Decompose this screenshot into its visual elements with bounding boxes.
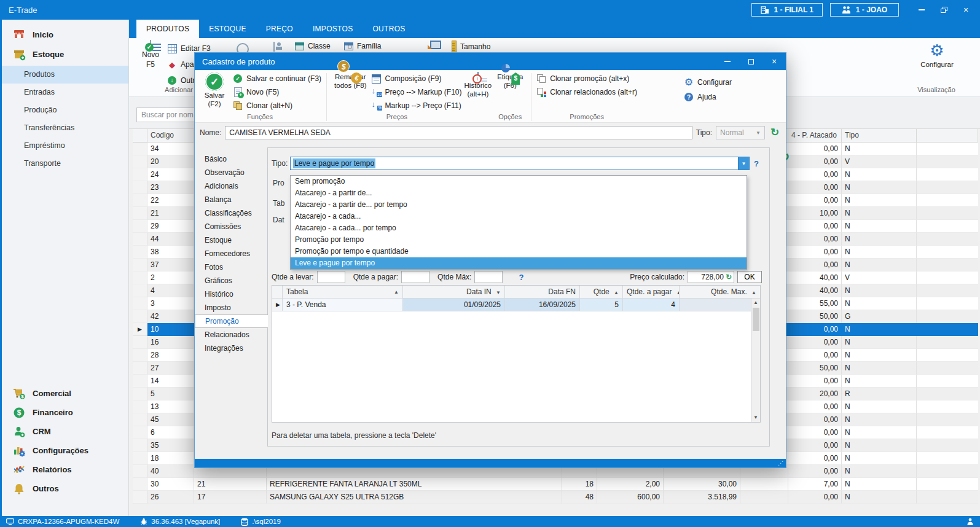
sidebar-item-inicio[interactable]: Inicio (2, 25, 128, 44)
dropdown-option[interactable]: Atacarejo - a cada... por tempo (291, 222, 747, 234)
user-button[interactable]: 1 - JOAO (830, 3, 899, 17)
grid-header-cell[interactable] (133, 129, 147, 142)
filial-button[interactable]: 1 - FILIAL 1 (751, 3, 823, 17)
dialog-tab-balança[interactable]: Balança (195, 193, 267, 206)
refresh-icon[interactable]: ↻ (726, 273, 732, 281)
dialog-tab-relacionados[interactable]: Relacionados (195, 328, 267, 342)
configurar-button[interactable]: ⚙ Configurar (915, 42, 959, 68)
salvar-continuar-button[interactable]: ✓ Salvar e continuar (F3) (233, 72, 321, 85)
combo-dropdown-button[interactable]: ▼ (738, 157, 749, 170)
dialog-tab-básico[interactable]: Básico (195, 152, 267, 166)
dialog-minimize-button[interactable] (723, 57, 732, 66)
composicao-button[interactable]: Composição (F9) (371, 72, 461, 85)
sidebar-item-empréstimo[interactable]: Empréstimo (2, 137, 128, 155)
grid-row-30[interactable]: 3021REFRIGERENTE FANTA LARANJA LT 350ML1… (133, 478, 978, 491)
nome-input[interactable] (225, 126, 692, 139)
person-desk-icon[interactable] (273, 42, 282, 52)
etiqueta-button[interactable]: $ Etiqueta (F6) (494, 72, 526, 90)
promo-table-row[interactable]: ▶ 3 - P. Venda 01/09/2025 16/09/2025 5 4… (272, 299, 760, 311)
grid-header-cell[interactable] (917, 129, 978, 142)
novo-f5-button[interactable]: + Novo (F5) (233, 85, 321, 99)
historico-button[interactable]: Histórico (alt+H) (462, 72, 495, 99)
dialog-tab-classificações[interactable]: Classificações (195, 206, 267, 220)
novo-button[interactable]: ✓ Novo F5 (136, 41, 165, 69)
sidebar-item-financeiro[interactable]: $ Financeiro (2, 403, 128, 422)
tab-outros[interactable]: OUTROS (363, 20, 415, 38)
classe-button[interactable]: Classe (295, 42, 331, 50)
remarcar-todos-button[interactable]: €$ Remarcar todos (F8) (332, 72, 369, 90)
dialog-tab-histórico[interactable]: Histórico (195, 287, 267, 301)
tamanho-button[interactable]: Tamanho (452, 41, 490, 53)
sidebar-item-configuracoes[interactable]: Configurações (2, 441, 128, 460)
dropdown-option[interactable]: Promoção por tempo (291, 234, 747, 246)
grid-row-26[interactable]: 2617SAMSUNG GALAXY S25 ULTRA 512GB48600,… (133, 491, 978, 504)
tab-impostos[interactable]: IMPOSTOS (303, 20, 363, 38)
sidebar-item-comercial[interactable]: $ Comercial (2, 384, 128, 403)
col-qtde-pagar[interactable]: Qtde. a pagar ▲ (623, 286, 680, 299)
dropdown-option[interactable]: Leve e pague por tempo (291, 257, 747, 269)
restore-button[interactable] (939, 6, 948, 14)
grid-header-cell[interactable]: Codigo (147, 129, 194, 142)
clonar-relacionados-button[interactable]: Clonar relacionados (alt+r) (536, 85, 637, 99)
tab-estoque[interactable]: ESTOQUE (199, 20, 256, 38)
sidebar-item-relatorios[interactable]: Relatórios (2, 460, 128, 479)
sidebar-item-produtos[interactable]: Produtos (2, 66, 128, 84)
scroll-down-icon[interactable]: ▼ (753, 413, 758, 422)
clonar-promocao-button[interactable]: Clonar promoção (alt+x) (536, 72, 637, 85)
clonar-button[interactable]: Clonar (alt+N) (233, 99, 321, 112)
dialog-tab-comissões[interactable]: Comissões (195, 220, 267, 233)
scroll-up-icon[interactable]: ▲ (753, 299, 758, 307)
dialog-ajuda-button[interactable]: ? Ajuda (684, 90, 732, 104)
dialog-tab-imposto[interactable]: Imposto (195, 301, 267, 314)
dialog-close-button[interactable]: × (770, 57, 778, 66)
preco-markup-button[interactable]: ↓10 Preço --> Markup (F10) (371, 85, 461, 99)
dialog-maximize-button[interactable] (747, 57, 755, 66)
qtde-max-input[interactable] (474, 271, 503, 283)
sidebar-item-crm[interactable]: CRM (2, 422, 128, 441)
dialog-resize-bar[interactable]: ⋰ (195, 459, 786, 467)
col-qtde[interactable]: Qtde ▲ (580, 286, 623, 299)
dropdown-option[interactable]: Promoção por tempo e quantidade (291, 246, 747, 257)
monitor-icon[interactable] (430, 41, 441, 49)
col-data-fn[interactable]: Data FN (505, 286, 580, 299)
col-data-in[interactable]: Data IN ▼ (403, 286, 505, 299)
qtde-pagar-input[interactable] (401, 271, 429, 283)
dialog-tab-estoque[interactable]: Estoque (195, 233, 267, 247)
grid-header-cell[interactable]: 4 - P. Atacado (788, 129, 842, 142)
dialog-configurar-button[interactable]: ⚙ Configurar (684, 75, 732, 90)
sidebar-item-outros[interactable]: Outros (2, 479, 128, 498)
col-qtde-max[interactable]: Qtde. Max. ▲ (680, 286, 760, 299)
tipo-select[interactable]: Normal ▼ (716, 126, 765, 139)
dropdown-option[interactable]: Atacarejo - a partir de... (291, 187, 747, 199)
markup-preco-button[interactable]: ↓% Markup --> Preço (F11) (371, 99, 461, 112)
minimize-button[interactable] (917, 6, 926, 14)
sidebar-item-transferências[interactable]: Transferências (2, 119, 128, 137)
qtde-levar-input[interactable] (317, 271, 345, 283)
ok-button[interactable]: OK (737, 271, 762, 283)
dropdown-option[interactable]: Atacarejo - a partir de... por tempo (291, 199, 747, 211)
promo-tipo-combobox[interactable]: Leve e pague por tempo ▼ (290, 157, 750, 170)
close-button[interactable]: × (962, 6, 970, 14)
dialog-tab-gráficos[interactable]: Gráficos (195, 274, 267, 287)
sidebar-item-produção[interactable]: Produção (2, 101, 128, 119)
dialog-tab-promoção[interactable]: Promoção (195, 314, 268, 328)
sidebar-item-transporte[interactable]: Transporte (2, 155, 128, 173)
dialog-tab-fornecedores[interactable]: Fornecedores (195, 247, 267, 260)
col-tabela[interactable]: Tabela▲ (283, 286, 403, 299)
sidebar-item-estoque[interactable]: Estoque (2, 44, 128, 64)
refresh-icon[interactable]: ↻ (769, 127, 781, 139)
tab-preço[interactable]: PREÇO (256, 20, 303, 38)
table-scrollbar[interactable]: ▲ ▼ (751, 299, 760, 422)
dropdown-option[interactable]: Sem promoção (291, 176, 747, 187)
dialog-tab-integrações[interactable]: Integrações (195, 342, 267, 355)
familia-button[interactable]: Família (344, 42, 381, 50)
sidebar-item-entradas[interactable]: Entradas (2, 84, 128, 101)
dropdown-option[interactable]: Atacarejo - a cada... (291, 211, 747, 222)
help-link[interactable]: ? (514, 273, 528, 282)
salvar-button[interactable]: ✓ Salvar (F2) (198, 72, 230, 109)
help-link[interactable]: ? (750, 159, 763, 168)
scroll-thumb[interactable] (753, 308, 759, 331)
dialog-tab-observação[interactable]: Observação (195, 166, 267, 179)
dialog-tab-fotos[interactable]: Fotos (195, 260, 267, 274)
tab-produtos[interactable]: PRODUTOS (136, 20, 199, 38)
